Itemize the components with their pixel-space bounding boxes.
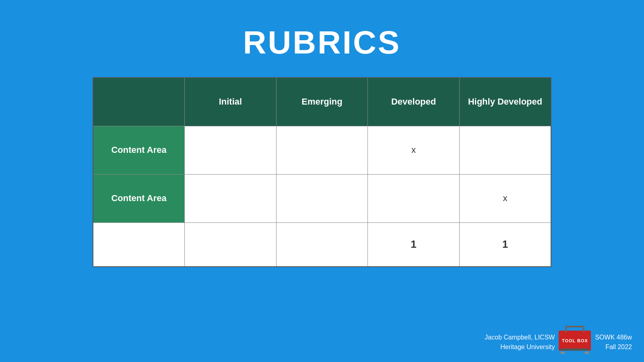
hinge-left — [561, 352, 565, 354]
institution-name: Heritage University — [485, 342, 555, 352]
totals-highly-developed: 1 — [459, 222, 551, 267]
row-2-label: Content Area — [93, 174, 185, 222]
toolbox-box: TOOL BOX — [559, 331, 591, 351]
row-1-initial — [185, 126, 277, 174]
table-container: Initial Emerging Developed Highly Develo… — [0, 77, 644, 267]
row-1-label: Content Area — [93, 126, 185, 174]
course-code: SOWK 486w — [595, 333, 632, 342]
row-2-initial — [185, 174, 277, 222]
totals-emerging — [276, 222, 368, 267]
toolbox-latch — [561, 348, 589, 351]
hinge-right — [585, 352, 589, 354]
totals-developed: 1 — [368, 222, 460, 267]
row-1-emerging — [276, 126, 368, 174]
table-header-row: Initial Emerging Developed Highly Develo… — [93, 78, 551, 126]
row-1-developed: x — [368, 126, 460, 174]
table-row: Content Area x — [93, 174, 551, 222]
footer-author-info: Jacob Campbell, LICSW Heritage Universit… — [485, 333, 555, 352]
header-label-col — [93, 78, 185, 126]
author-name: Jacob Campbell, LICSW — [485, 333, 555, 342]
page-title: RUBRICS — [0, 24, 644, 61]
footer-course-info: SOWK 486w Fall 2022 — [595, 333, 632, 352]
row-2-developed — [368, 174, 460, 222]
table-row-totals: 1 1 — [93, 222, 551, 267]
footer: Jacob Campbell, LICSW Heritage Universit… — [485, 331, 632, 354]
toolbox-hinges — [561, 352, 589, 354]
toolbox-label: TOOL BOX — [562, 338, 588, 343]
row-2-highly-developed: x — [459, 174, 551, 222]
course-term: Fall 2022 — [595, 342, 632, 352]
totals-initial — [185, 222, 277, 267]
row-2-emerging — [276, 174, 368, 222]
rubric-table: Initial Emerging Developed Highly Develo… — [93, 77, 551, 267]
header-developed: Developed — [368, 78, 460, 126]
row-1-highly-developed — [459, 126, 551, 174]
toolbox-icon: TOOL BOX — [559, 331, 591, 354]
totals-label — [93, 222, 185, 267]
table-row: Content Area x — [93, 126, 551, 174]
header-emerging: Emerging — [276, 78, 368, 126]
page-title-container: RUBRICS — [0, 0, 644, 77]
header-highly-developed: Highly Developed — [459, 78, 551, 126]
header-initial: Initial — [185, 78, 277, 126]
